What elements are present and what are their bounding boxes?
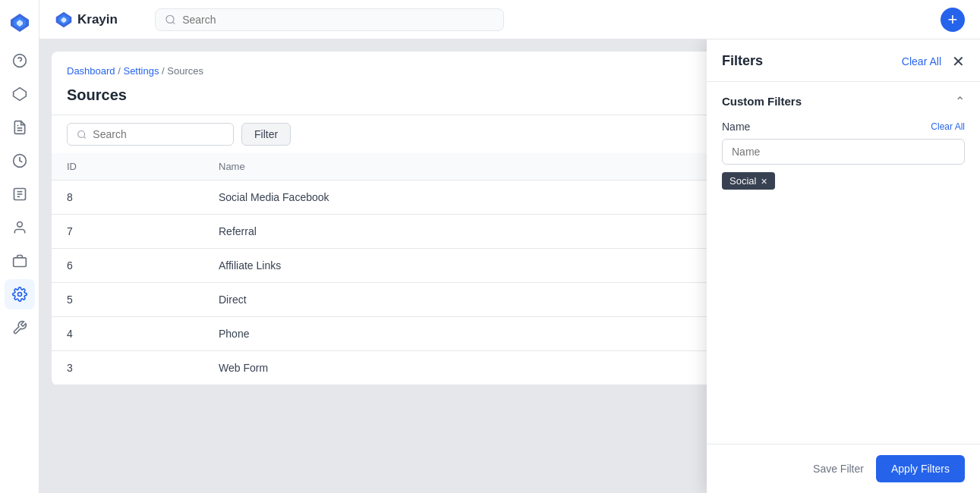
svg-marker-5 (13, 88, 26, 101)
filter-header: Filters Clear All ✕ (707, 39, 980, 82)
name-field-header: Name Clear All (722, 121, 965, 133)
header-search[interactable] (155, 8, 504, 31)
sidebar-item-docs[interactable] (5, 179, 35, 209)
svg-point-19 (166, 15, 174, 23)
add-button[interactable]: + (941, 8, 965, 32)
left-sidebar (0, 0, 39, 493)
name-field-clear[interactable]: Clear All (931, 121, 965, 132)
custom-filters-header: Custom Filters ⌃ (722, 94, 965, 108)
sidebar-item-tools[interactable] (5, 312, 35, 343)
filter-tag-social: Social × (722, 172, 775, 190)
filter-body: Custom Filters ⌃ Name Clear All Social (707, 82, 980, 444)
name-field-label: Name (722, 121, 750, 133)
logo-diamond (9, 12, 30, 33)
table-search-container[interactable] (67, 123, 234, 146)
cell-id: 5 (52, 283, 203, 317)
cell-id: 7 (52, 215, 203, 249)
svg-point-15 (17, 293, 21, 297)
sidebar-item-products[interactable] (5, 246, 35, 276)
sidebar-item-contacts[interactable] (5, 212, 35, 243)
sidebar-item-support[interactable] (5, 46, 35, 76)
breadcrumb-settings[interactable]: Settings (123, 65, 159, 77)
sidebar-item-tasks[interactable] (5, 112, 35, 143)
col-id: ID (52, 153, 203, 181)
logo-icon (55, 11, 73, 29)
filter-close-button[interactable]: ✕ (952, 54, 965, 69)
cell-id: 4 (52, 317, 203, 351)
header-search-input[interactable] (182, 14, 494, 26)
app-name: Krayin (77, 12, 118, 27)
custom-filters-title: Custom Filters (722, 95, 802, 108)
breadcrumb-dashboard[interactable]: Dashboard (67, 65, 115, 77)
cell-id: 6 (52, 249, 203, 283)
collapse-icon[interactable]: ⌃ (955, 94, 965, 108)
apply-filters-button[interactable]: Apply Filters (876, 455, 965, 482)
svg-point-20 (78, 130, 85, 137)
logo-area: Krayin (55, 11, 146, 29)
top-header: Krayin + (39, 0, 980, 39)
filter-panel: Filters Clear All ✕ Custom Filters ⌃ (707, 39, 980, 493)
content-area: Dashboard / Settings / Sources Sources (39, 39, 980, 493)
filter-footer: Save Filter Apply Filters (707, 444, 980, 493)
table-search-input[interactable] (93, 128, 224, 140)
svg-point-13 (17, 222, 22, 228)
sidebar-item-pipeline[interactable] (5, 79, 35, 109)
name-filter-input[interactable] (722, 139, 965, 165)
name-filter-section: Name Clear All Social × (722, 121, 965, 190)
sidebar-item-settings[interactable] (5, 279, 35, 309)
filter-header-actions: Clear All ✕ (902, 54, 965, 69)
filter-tag-close[interactable]: × (761, 176, 767, 187)
header-search-icon (165, 14, 176, 26)
filter-clear-all-link[interactable]: Clear All (902, 55, 941, 68)
svg-rect-14 (13, 258, 26, 267)
filter-tag-label: Social (729, 175, 756, 187)
breadcrumb-current: Sources (167, 65, 203, 77)
table-search-icon (77, 129, 87, 140)
cell-id: 8 (52, 181, 203, 215)
sidebar-item-clock[interactable] (5, 146, 35, 176)
filter-button[interactable]: Filter (241, 123, 291, 146)
cell-id: 3 (52, 351, 203, 385)
save-filter-button[interactable]: Save Filter (813, 463, 864, 475)
filter-panel-title: Filters (722, 53, 763, 69)
